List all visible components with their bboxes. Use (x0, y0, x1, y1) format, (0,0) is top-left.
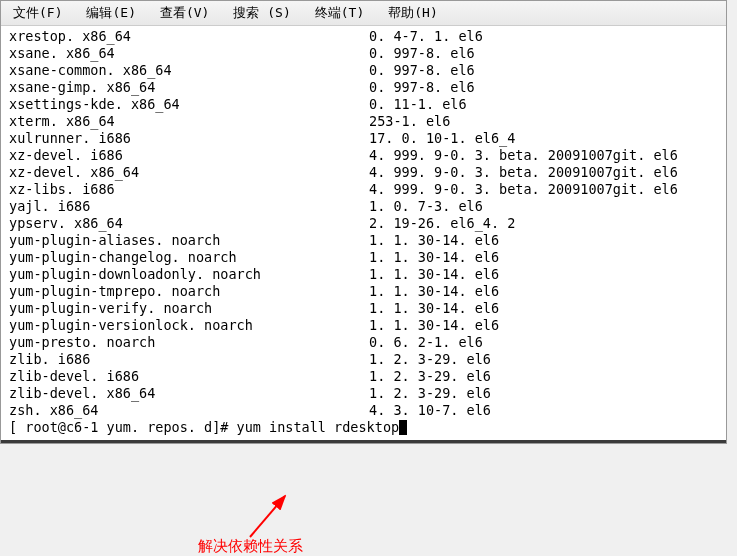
package-row: xterm. x86_64253-1. el6 (9, 113, 718, 130)
package-version: 0. 997-8. el6 (369, 79, 475, 96)
package-name: xsettings-kde. x86_64 (9, 96, 369, 113)
package-row: xz-devel. x86_644. 999. 9-0. 3. beta. 20… (9, 164, 718, 181)
package-row: yajl. i6861. 0. 7-3. el6 (9, 198, 718, 215)
prompt-line: [ root@c6-1 yum. repos. d]# yum install … (9, 419, 718, 436)
package-name: yum-plugin-verify. noarch (9, 300, 369, 317)
package-name: xsane-gimp. x86_64 (9, 79, 369, 96)
package-row: yum-plugin-downloadonly. noarch1. 1. 30-… (9, 266, 718, 283)
package-version: 1. 1. 30-14. el6 (369, 283, 499, 300)
package-version: 1. 1. 30-14. el6 (369, 249, 499, 266)
package-name: yajl. i686 (9, 198, 369, 215)
package-version: 1. 1. 30-14. el6 (369, 266, 499, 283)
terminal-window: 文件(F) 编辑(E) 查看(V) 搜索 (S) 终端(T) 帮助(H) xre… (0, 0, 727, 444)
menu-help[interactable]: 帮助(H) (384, 3, 441, 23)
package-name: yum-plugin-tmprepo. noarch (9, 283, 369, 300)
package-list: xrestop. x86_640. 4-7. 1. el6xsane. x86_… (9, 28, 718, 419)
package-name: zlib. i686 (9, 351, 369, 368)
package-version: 0. 997-8. el6 (369, 45, 475, 62)
package-name: yum-presto. noarch (9, 334, 369, 351)
package-name: xz-devel. i686 (9, 147, 369, 164)
package-row: xsettings-kde. x86_640. 11-1. el6 (9, 96, 718, 113)
svg-line-1 (250, 496, 285, 537)
package-version: 1. 1. 30-14. el6 (369, 232, 499, 249)
package-row: xz-libs. i6864. 999. 9-0. 3. beta. 20091… (9, 181, 718, 198)
package-name: xulrunner. i686 (9, 130, 369, 147)
package-version: 4. 999. 9-0. 3. beta. 20091007git. el6 (369, 181, 678, 198)
package-version: 17. 0. 10-1. el6_4 (369, 130, 515, 147)
package-version: 0. 6. 2-1. el6 (369, 334, 483, 351)
package-version: 0. 11-1. el6 (369, 96, 467, 113)
shell-prompt: [ root@c6-1 yum. repos. d]# (9, 419, 237, 435)
package-name: ypserv. x86_64 (9, 215, 369, 232)
package-row: yum-presto. noarch0. 6. 2-1. el6 (9, 334, 718, 351)
package-version: 1. 2. 3-29. el6 (369, 368, 491, 385)
menu-file[interactable]: 文件(F) (9, 3, 66, 23)
package-name: xterm. x86_64 (9, 113, 369, 130)
package-version: 1. 2. 3-29. el6 (369, 385, 491, 402)
cursor-icon (399, 420, 407, 435)
package-version: 4. 999. 9-0. 3. beta. 20091007git. el6 (369, 147, 678, 164)
package-name: zlib-devel. i686 (9, 368, 369, 385)
package-name: yum-plugin-versionlock. noarch (9, 317, 369, 334)
package-version: 1. 2. 3-29. el6 (369, 351, 491, 368)
menu-search[interactable]: 搜索 (S) (229, 3, 294, 23)
package-name: yum-plugin-changelog. noarch (9, 249, 369, 266)
package-version: 4. 999. 9-0. 3. beta. 20091007git. el6 (369, 164, 678, 181)
package-row: xsane-common. x86_640. 997-8. el6 (9, 62, 718, 79)
package-name: xsane. x86_64 (9, 45, 369, 62)
package-name: zsh. x86_64 (9, 402, 369, 419)
package-version: 0. 4-7. 1. el6 (369, 28, 483, 45)
package-row: yum-plugin-tmprepo. noarch1. 1. 30-14. e… (9, 283, 718, 300)
package-name: yum-plugin-aliases. noarch (9, 232, 369, 249)
package-row: xz-devel. i6864. 999. 9-0. 3. beta. 2009… (9, 147, 718, 164)
annotation-text: 解决依赖性关系 (198, 537, 303, 556)
package-row: xsane-gimp. x86_640. 997-8. el6 (9, 79, 718, 96)
package-row: xulrunner. i68617. 0. 10-1. el6_4 (9, 130, 718, 147)
package-row: ypserv. x86_642. 19-26. el6_4. 2 (9, 215, 718, 232)
menubar: 文件(F) 编辑(E) 查看(V) 搜索 (S) 终端(T) 帮助(H) (1, 1, 726, 26)
package-name: xz-libs. i686 (9, 181, 369, 198)
package-name: yum-plugin-downloadonly. noarch (9, 266, 369, 283)
package-row: zlib-devel. i6861. 2. 3-29. el6 (9, 368, 718, 385)
package-row: yum-plugin-versionlock. noarch1. 1. 30-1… (9, 317, 718, 334)
menu-edit[interactable]: 编辑(E) (82, 3, 139, 23)
package-version: 1. 0. 7-3. el6 (369, 198, 483, 215)
package-version: 2. 19-26. el6_4. 2 (369, 215, 515, 232)
package-row: zlib-devel. x86_641. 2. 3-29. el6 (9, 385, 718, 402)
menu-terminal[interactable]: 终端(T) (311, 3, 368, 23)
package-version: 1. 1. 30-14. el6 (369, 300, 499, 317)
package-version: 1. 1. 30-14. el6 (369, 317, 499, 334)
package-row: yum-plugin-aliases. noarch1. 1. 30-14. e… (9, 232, 718, 249)
package-row: xsane. x86_640. 997-8. el6 (9, 45, 718, 62)
package-version: 0. 997-8. el6 (369, 62, 475, 79)
package-row: zsh. x86_644. 3. 10-7. el6 (9, 402, 718, 419)
package-version: 253-1. el6 (369, 113, 450, 130)
menu-view[interactable]: 查看(V) (156, 3, 213, 23)
package-row: yum-plugin-changelog. noarch1. 1. 30-14.… (9, 249, 718, 266)
terminal-output[interactable]: xrestop. x86_640. 4-7. 1. el6xsane. x86_… (1, 26, 726, 443)
command-input[interactable]: yum install rdesktop (237, 419, 400, 435)
package-name: xsane-common. x86_64 (9, 62, 369, 79)
package-row: xrestop. x86_640. 4-7. 1. el6 (9, 28, 718, 45)
package-name: xrestop. x86_64 (9, 28, 369, 45)
package-row: zlib. i6861. 2. 3-29. el6 (9, 351, 718, 368)
package-row: yum-plugin-verify. noarch1. 1. 30-14. el… (9, 300, 718, 317)
package-version: 4. 3. 10-7. el6 (369, 402, 491, 419)
package-name: zlib-devel. x86_64 (9, 385, 369, 402)
package-name: xz-devel. x86_64 (9, 164, 369, 181)
arrow-icon (225, 492, 315, 542)
